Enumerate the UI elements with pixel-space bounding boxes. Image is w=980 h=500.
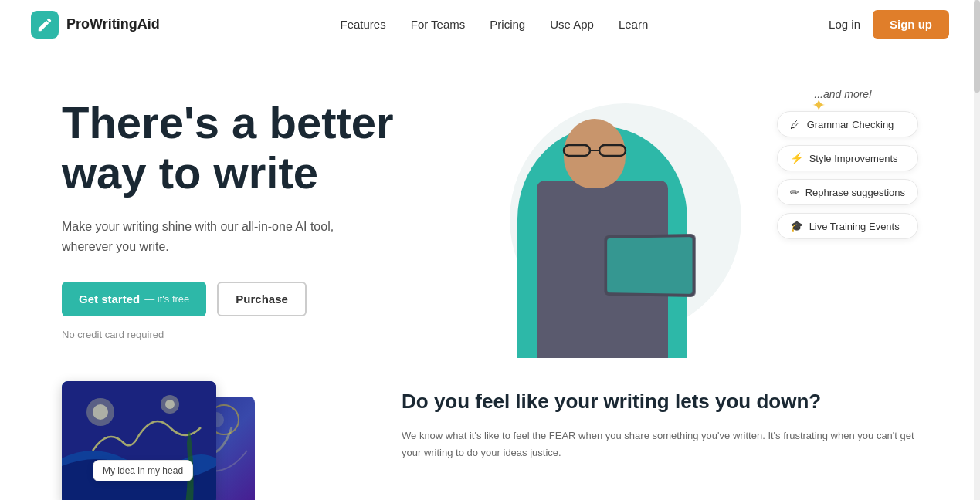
idea-tooltip: My idea in my head	[93, 460, 193, 481]
person-head	[564, 119, 626, 188]
signup-button[interactable]: Sign up	[873, 10, 949, 39]
nav-features[interactable]: Features	[341, 18, 386, 31]
section2-text-area: Do you feel like your writing lets you d…	[402, 381, 918, 461]
hero-heading: There's a better way to write	[62, 98, 463, 198]
no-card-text: No credit card required	[62, 329, 463, 340]
pill-style: ⚡ Style Improvements	[777, 145, 918, 171]
logo-svg	[36, 16, 53, 33]
hero-section: There's a better way to write Make your …	[0, 49, 980, 373]
nav-actions: Log in Sign up	[829, 10, 949, 39]
login-button[interactable]: Log in	[829, 18, 860, 31]
svg-rect-1	[599, 145, 626, 156]
glasses-svg	[562, 142, 627, 157]
rephrase-icon: ✏	[790, 186, 799, 198]
laptop-screen	[607, 237, 692, 294]
nav-use-app[interactable]: Use App	[550, 18, 594, 31]
pill-grammar: 🖊 Grammar Checking	[777, 111, 918, 137]
section2-body: We know what it's like to feel the FEAR …	[402, 427, 918, 461]
logo[interactable]: ProWritingAid	[31, 11, 160, 39]
person-laptop	[604, 234, 695, 297]
hero-illustration: 🖊 Grammar Checking ⚡ Style Improvements …	[463, 80, 918, 358]
pill-training: 🎓 Live Training Events	[777, 213, 918, 239]
hero-subtext: Make your writing shine with our all-in-…	[62, 217, 355, 256]
hero-cta-group: Get started — it's free Purchase	[62, 282, 463, 316]
nav-links: Features For Teams Pricing Use App Learn	[341, 18, 649, 31]
logo-icon	[31, 11, 59, 39]
section2: · · · · · · · ·	[0, 381, 980, 500]
scrollbar[interactable]	[974, 0, 980, 500]
sparkle-icon: ✦	[812, 96, 826, 116]
nav-for-teams[interactable]: For Teams	[411, 18, 466, 31]
svg-point-10	[165, 400, 175, 409]
pill-rephrase: ✏ Rephrase suggestions	[777, 179, 918, 205]
svg-point-8	[93, 404, 108, 420]
logo-text: ProWritingAid	[66, 16, 160, 32]
section2-heading: Do you feel like your writing lets you d…	[402, 389, 918, 415]
free-tag: — it's free	[144, 293, 189, 305]
feature-pills: 🖊 Grammar Checking ⚡ Style Improvements …	[777, 111, 918, 239]
art-card-front: My idea in my head	[62, 381, 216, 500]
section2-art: · · · · · · · ·	[62, 381, 355, 500]
art-main-svg	[62, 381, 216, 500]
purchase-button[interactable]: Purchase	[217, 282, 307, 316]
nav-pricing[interactable]: Pricing	[490, 18, 525, 31]
hero-content: There's a better way to write Make your …	[62, 98, 463, 340]
svg-rect-0	[564, 145, 590, 156]
get-started-button[interactable]: Get started — it's free	[62, 282, 206, 316]
grammar-icon: 🖊	[790, 118, 801, 130]
training-icon: 🎓	[790, 220, 803, 232]
scrollbar-thumb[interactable]	[974, 0, 980, 93]
style-icon: ⚡	[790, 152, 803, 164]
navbar: ProWritingAid Features For Teams Pricing…	[0, 0, 980, 49]
nav-learn[interactable]: Learn	[619, 18, 648, 31]
